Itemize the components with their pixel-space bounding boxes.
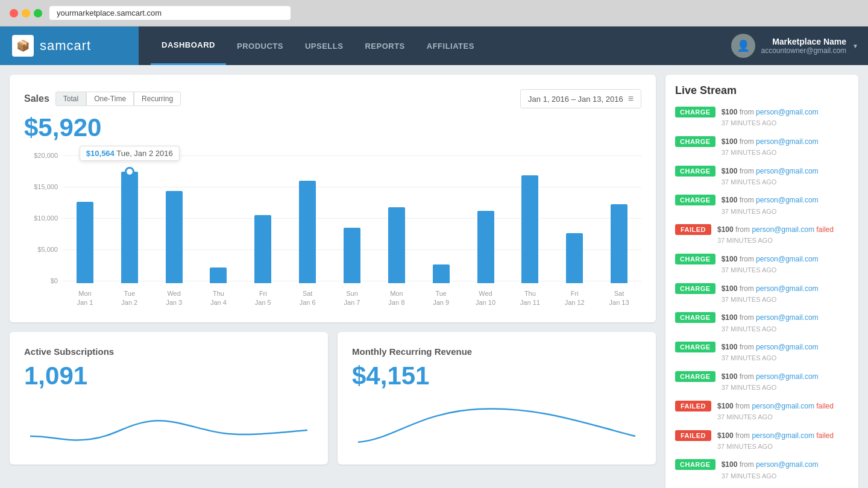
live-item: FAILED $100 from person@gmail.com failed… <box>675 401 849 423</box>
live-item: FAILED $100 from person@gmail.com failed… <box>675 430 849 452</box>
live-badge-charge: CHARGE <box>675 195 715 205</box>
browser-chrome: yourmarketplace.samcart.com <box>0 0 868 27</box>
live-detail: $100 from person@gmail.com37 MINUTES AGO <box>722 371 819 393</box>
chart-bar <box>388 207 405 283</box>
live-item: FAILED $100 from person@gmail.com failed… <box>675 224 849 246</box>
live-stream-panel: Live Stream CHARGE $100 from person@gmai… <box>665 75 858 488</box>
nav-affiliates[interactable]: AFFILIATES <box>416 27 485 65</box>
filter-onetime[interactable]: One-Time <box>86 92 134 106</box>
chart-bar-col <box>419 152 464 283</box>
chart-tooltip: $10,564 Tue, Jan 2 2016 <box>80 146 180 161</box>
filter-recurring[interactable]: Recurring <box>134 92 181 106</box>
live-badge-failed: FAILED <box>675 224 711 235</box>
filter-total[interactable]: Total <box>55 92 86 106</box>
nav-links: DASHBOARD PRODUCTS UPSELLS REPORTS AFFIL… <box>139 27 722 65</box>
mrr-title: Monthly Recurring Revenue <box>352 346 641 357</box>
browser-traffic-lights <box>10 9 42 17</box>
user-info: Marketplace Name accountowner@gmail.com <box>761 37 847 55</box>
menu-icon: ≡ <box>628 93 634 104</box>
live-badge-charge: CHARGE <box>675 136 715 147</box>
chart-bar-col <box>552 152 597 283</box>
chart-x-label: ThuJan 4 <box>197 289 241 308</box>
live-badge-charge: CHARGE <box>675 371 715 382</box>
chart-bar <box>210 267 227 283</box>
nav-dashboard[interactable]: DASHBOARD <box>151 27 226 65</box>
mrr-value: $4,151 <box>352 361 641 390</box>
live-badge-charge: CHARGE <box>675 166 715 177</box>
user-email: accountowner@gmail.com <box>761 46 847 55</box>
live-item: CHARGE $100 from person@gmail.com37 MINU… <box>675 283 849 305</box>
live-item: CHARGE $100 from person@gmail.com37 MINU… <box>675 107 849 129</box>
minimize-dot <box>22 9 30 17</box>
live-badge-charge: CHARGE <box>675 459 715 470</box>
live-badge-charge: CHARGE <box>675 342 715 352</box>
live-detail: $100 from person@gmail.com37 MINUTES AGO <box>722 195 819 217</box>
chart-x-label: MonJan 1 <box>63 289 107 308</box>
sales-title: Sales Total One-Time Recurring <box>24 92 181 106</box>
live-detail: $100 from person@gmail.com37 MINUTES AGO <box>722 254 819 276</box>
chart-bar-col <box>508 152 552 283</box>
live-item: CHARGE $100 from person@gmail.com37 MINU… <box>675 195 849 217</box>
nav-user[interactable]: 👤 Marketplace Name accountowner@gmail.co… <box>722 34 868 58</box>
chart-bar <box>121 172 138 283</box>
chart-bar-col <box>597 152 641 283</box>
filter-tabs: Total One-Time Recurring <box>55 92 181 106</box>
user-name: Marketplace Name <box>761 37 847 46</box>
live-stream-items: CHARGE $100 from person@gmail.com37 MINU… <box>675 107 849 488</box>
nav-products[interactable]: PRODUCTS <box>226 27 294 65</box>
brand-name: samcart <box>40 38 91 54</box>
nav-reports[interactable]: REPORTS <box>354 27 415 65</box>
chart-x-label: FriJan 12 <box>552 289 597 308</box>
live-badge-charge: CHARGE <box>675 254 715 264</box>
bottom-cards: Active Subscriptions 1,091 Monthly Recur… <box>10 332 656 465</box>
chart-bar-col <box>285 152 330 283</box>
nav-brand[interactable]: 📦 samcart <box>0 27 139 65</box>
live-item: CHARGE $100 from person@gmail.com37 MINU… <box>675 254 849 276</box>
subscriptions-chart <box>24 400 313 448</box>
live-badge-failed: FAILED <box>675 401 711 411</box>
chart-bar-col <box>63 152 107 283</box>
live-badge-charge: CHARGE <box>675 312 715 323</box>
live-stream-title: Live Stream <box>675 84 849 97</box>
live-badge-charge: CHARGE <box>675 283 715 294</box>
close-dot <box>10 9 18 17</box>
chart-x-label: SatJan 13 <box>597 289 641 308</box>
url-bar[interactable]: yourmarketplace.samcart.com <box>49 6 291 20</box>
grid-label-15k: $15,000 <box>24 183 58 190</box>
chart-x-label: SunJan 7 <box>330 289 374 308</box>
sales-header: Sales Total One-Time Recurring Jan 1, 20… <box>24 89 641 108</box>
chart-bar-col <box>330 152 374 283</box>
chart-x-label: FriJan 5 <box>241 289 285 308</box>
navbar: 📦 samcart DASHBOARD PRODUCTS UPSELLS REP… <box>0 27 868 65</box>
nav-upsells[interactable]: UPSELLS <box>294 27 354 65</box>
live-detail: $100 from person@gmail.com failed37 MINU… <box>717 430 834 452</box>
chart-bars: $10,564 Tue, Jan 2 2016 <box>63 152 641 284</box>
grid-label-20k: $20,000 <box>24 152 58 159</box>
avatar: 👤 <box>731 34 755 58</box>
chevron-down-icon: ▼ <box>852 43 858 49</box>
grid-label-10k: $10,000 <box>24 214 58 222</box>
live-item: CHARGE $100 from person@gmail.com37 MINU… <box>675 371 849 393</box>
mrr-chart <box>352 400 641 448</box>
live-item: CHARGE $100 from person@gmail.com37 MINU… <box>675 312 849 334</box>
date-picker[interactable]: Jan 1, 2016 – Jan 13, 2016 ≡ <box>520 89 641 108</box>
subscriptions-card: Active Subscriptions 1,091 <box>10 332 328 465</box>
brand-icon: 📦 <box>12 35 34 57</box>
chart-bar <box>166 191 183 283</box>
maximize-dot <box>34 9 42 17</box>
date-range-label: Jan 1, 2016 – Jan 13, 2016 <box>528 95 623 104</box>
live-detail: $100 from person@gmail.com37 MINUTES AGO <box>722 283 819 305</box>
chart-bar-active-dot <box>125 167 134 177</box>
chart-x-label: TueJan 9 <box>419 289 464 308</box>
chart-bar-col <box>197 152 241 283</box>
live-detail: $100 from person@gmail.com failed37 MINU… <box>717 401 834 423</box>
chart-x-labels: MonJan 1TueJan 2WedJan 3ThuJan 4FriJan 5… <box>24 289 641 308</box>
mrr-card: Monthly Recurring Revenue $4,151 <box>338 332 656 465</box>
subscriptions-title: Active Subscriptions <box>24 346 313 357</box>
chart-bar-col <box>152 152 197 283</box>
chart-bar <box>299 181 316 283</box>
live-badge-failed: FAILED <box>675 430 711 441</box>
chart-bar <box>77 202 93 283</box>
live-detail: $100 from person@gmail.com37 MINUTES AGO <box>722 312 819 334</box>
chart-bar <box>433 264 450 283</box>
